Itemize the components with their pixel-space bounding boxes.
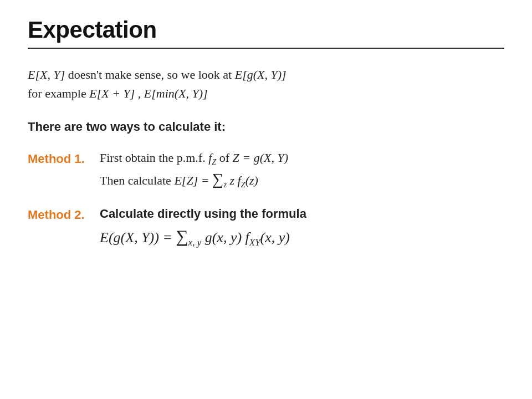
method1-Zeq: Z = g(X, Y) [233, 151, 288, 165]
intro-math3: E[X + Y] [89, 86, 135, 100]
method2-label: Method 2. [28, 207, 100, 222]
title-divider [28, 48, 504, 49]
method1-fZ: fZ [208, 151, 216, 165]
method2-line1: Calculate directly using the formula [100, 207, 306, 221]
page-title: Expectation [28, 17, 504, 43]
method2-formula: E(g(X, Y)) = ∑x, y g(x, y) fXY(x, y) [100, 227, 306, 248]
method1-content: First obtain the p.m.f. fZ of Z = g(X, Y… [100, 151, 288, 193]
title-section: Expectation [28, 17, 504, 49]
ways-label: There are two ways to calculate it: [28, 120, 504, 134]
intro-text1: doesn't make sense, so we look at [68, 68, 235, 81]
intro-text2: for example [28, 86, 89, 100]
intro-math2: E[g(X, Y)] [235, 68, 287, 81]
method1-line2: Then calculate E[Z] = ∑z z fZ(z) [100, 171, 288, 190]
slide: Expectation E[X, Y] doesn't make sense, … [0, 0, 532, 399]
method2-formula-math: E(g(X, Y)) = ∑x, y g(x, y) fXY(x, y) [100, 229, 290, 245]
method1-block: Method 1. First obtain the p.m.f. fZ of … [28, 151, 504, 193]
method2-content: Calculate directly using the formula E(g… [100, 207, 306, 248]
intro-math1: E[X, Y] [28, 68, 65, 81]
method1-label: Method 1. [28, 151, 100, 166]
method1-formula: E[Z] = ∑z z fZ(z) [174, 173, 258, 187]
method2-block: Method 2. Calculate directly using the f… [28, 207, 504, 248]
intro-math4: E[min(X, Y)] [144, 86, 208, 100]
intro-sep: , [138, 86, 144, 100]
intro-paragraph: E[X, Y] doesn't make sense, so we look a… [28, 65, 504, 103]
method1-line1: First obtain the p.m.f. fZ of Z = g(X, Y… [100, 151, 288, 167]
